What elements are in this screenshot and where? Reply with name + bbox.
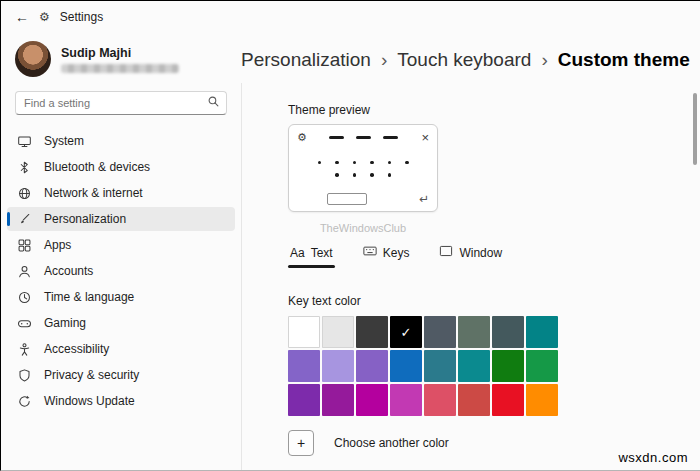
- plus-icon[interactable]: +: [288, 430, 314, 456]
- settings-window: ← ⚙ Settings Sudip Majhi: [0, 0, 700, 471]
- sidebar-item-label: Bluetooth & devices: [44, 160, 150, 174]
- color-swatch[interactable]: [356, 384, 388, 416]
- preview-close-icon: ×: [421, 131, 429, 144]
- choose-another-color-label: Choose another color: [334, 436, 449, 450]
- color-swatch[interactable]: [390, 384, 422, 416]
- color-swatch[interactable]: [288, 316, 320, 348]
- color-swatch[interactable]: [390, 350, 422, 382]
- color-swatch[interactable]: [526, 350, 558, 382]
- sidebar-item-personalization[interactable]: Personalization: [7, 207, 235, 231]
- sidebar-item-label: Network & internet: [44, 186, 143, 200]
- avatar: [15, 41, 51, 77]
- color-swatch-selected[interactable]: ✓: [390, 316, 422, 348]
- preview-watermark: TheWindowsClub: [288, 222, 438, 234]
- user-name: Sudip Majhi: [61, 46, 179, 60]
- search-icon: [207, 94, 220, 112]
- breadcrumb-current: Custom theme: [558, 49, 690, 71]
- breadcrumb-touch-keyboard[interactable]: Touch keyboard: [397, 49, 531, 71]
- preview-spacebar: [327, 193, 367, 205]
- keyboard-icon: [363, 244, 377, 261]
- sidebar-item-privacy[interactable]: Privacy & security: [7, 363, 235, 387]
- color-swatch[interactable]: [288, 384, 320, 416]
- sidebar-item-accounts[interactable]: Accounts: [7, 259, 235, 283]
- color-swatch[interactable]: [322, 384, 354, 416]
- sidebar-item-label: Gaming: [44, 316, 86, 330]
- sidebar-item-accessibility[interactable]: Accessibility: [7, 337, 235, 361]
- chevron-right-icon: ›: [381, 49, 387, 71]
- sidebar-item-network[interactable]: Network & internet: [7, 181, 235, 205]
- touch-keyboard-preview: ⚙ × ↵: [288, 124, 438, 212]
- app-title: Settings: [60, 10, 103, 24]
- site-watermark: wsxdn.com: [618, 450, 688, 465]
- sidebar-item-label: Accessibility: [44, 342, 109, 356]
- tab-label: Text: [311, 246, 333, 260]
- main-panel: Personalization › Touch keyboard › Custo…: [241, 33, 700, 471]
- system-icon: [17, 134, 32, 149]
- bluetooth-icon: [17, 160, 32, 175]
- settings-content: Theme preview ⚙ × ↵: [241, 83, 700, 471]
- sidebar-item-apps[interactable]: Apps: [7, 233, 235, 257]
- preview-suggestion-dashes: [329, 136, 398, 139]
- sidebar-item-label: Privacy & security: [44, 368, 139, 382]
- color-swatch[interactable]: [424, 384, 456, 416]
- key-text-color-grid: ✓: [288, 316, 558, 416]
- color-swatch[interactable]: [458, 350, 490, 382]
- sidebar-item-gaming[interactable]: Gaming: [7, 311, 235, 335]
- choose-another-color-button[interactable]: + Choose another color: [288, 430, 449, 456]
- scrollbar-thumb[interactable]: [693, 93, 697, 165]
- titlebar: ← ⚙ Settings: [1, 1, 700, 33]
- tab-window[interactable]: Window: [437, 242, 504, 270]
- color-swatch[interactable]: [322, 350, 354, 382]
- sidebar-item-label: Accounts: [44, 264, 93, 278]
- sidebar-nav: System Bluetooth & devices Network & int…: [1, 125, 241, 417]
- back-button[interactable]: ←: [15, 10, 29, 24]
- accessibility-icon: [17, 342, 32, 357]
- text-aa-icon: Aa: [290, 246, 305, 260]
- windows-update-icon: [17, 394, 32, 409]
- color-swatch[interactable]: [492, 350, 524, 382]
- sidebar-item-windows-update[interactable]: Windows Update: [7, 389, 235, 413]
- color-swatch[interactable]: [458, 316, 490, 348]
- theme-tabs: Aa Text Keys Window: [288, 242, 700, 270]
- color-swatch[interactable]: [356, 350, 388, 382]
- color-swatch[interactable]: [424, 316, 456, 348]
- tab-label: Window: [459, 246, 502, 260]
- tab-label: Keys: [383, 246, 410, 260]
- sidebar-item-label: Apps: [44, 238, 71, 252]
- sidebar-item-system[interactable]: System: [7, 129, 235, 153]
- breadcrumb-personalization[interactable]: Personalization: [241, 49, 371, 71]
- color-swatch[interactable]: [526, 384, 558, 416]
- color-swatch[interactable]: [288, 350, 320, 382]
- sidebar-item-bluetooth[interactable]: Bluetooth & devices: [7, 155, 235, 179]
- sidebar-item-label: Time & language: [44, 290, 134, 304]
- shield-icon: [17, 368, 32, 383]
- key-text-color-label: Key text color: [288, 294, 700, 308]
- color-swatch[interactable]: [526, 316, 558, 348]
- network-icon: [17, 186, 32, 201]
- color-swatch[interactable]: [492, 316, 524, 348]
- color-swatch[interactable]: [492, 384, 524, 416]
- tab-keys[interactable]: Keys: [361, 242, 412, 270]
- window-icon: [439, 244, 453, 261]
- search-box[interactable]: [15, 91, 227, 115]
- sidebar-item-label: Windows Update: [44, 394, 135, 408]
- color-swatch[interactable]: [458, 384, 490, 416]
- sidebar-item-label: Personalization: [44, 212, 126, 226]
- sidebar-item-label: System: [44, 134, 84, 148]
- settings-app-icon: ⚙: [39, 11, 50, 23]
- time-language-icon: [17, 290, 32, 305]
- personalization-icon: [17, 212, 32, 227]
- sidebar: Sudip Majhi System: [1, 33, 241, 471]
- color-swatch[interactable]: [322, 316, 354, 348]
- chevron-right-icon: ›: [541, 49, 547, 71]
- tab-text[interactable]: Aa Text: [288, 242, 335, 270]
- sidebar-item-time-language[interactable]: Time & language: [7, 285, 235, 309]
- theme-preview-label: Theme preview: [288, 103, 700, 117]
- color-swatch[interactable]: [356, 316, 388, 348]
- color-swatch[interactable]: [424, 350, 456, 382]
- search-input[interactable]: [24, 97, 207, 109]
- preview-gear-icon: ⚙: [297, 132, 307, 143]
- apps-icon: [17, 238, 32, 253]
- gaming-icon: [17, 316, 32, 331]
- user-profile[interactable]: Sudip Majhi: [1, 37, 241, 87]
